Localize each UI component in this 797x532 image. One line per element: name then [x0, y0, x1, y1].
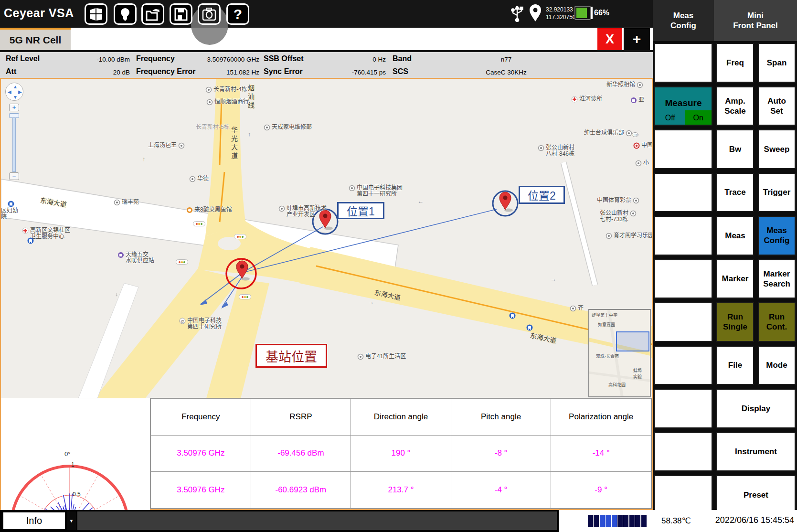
- poi-text: 高新区文锦社区卫生服务中心: [30, 227, 70, 240]
- dot-poi-icon: [626, 130, 632, 137]
- measure-on-option[interactable]: On: [685, 110, 712, 125]
- map-poi: 中国: [633, 142, 652, 149]
- poi-text: 淮河诊所: [579, 96, 602, 102]
- param-value-att: 20 dB: [72, 69, 130, 76]
- softkey-freq[interactable]: Freq: [716, 43, 754, 83]
- table-cell: -69.456 dBm: [251, 435, 351, 472]
- inset-minimap[interactable]: 蚌埠第十中学如意嘉园双珠·长青苑高科花园蚌埠实验: [588, 309, 651, 397]
- table-header-cell: RSRP: [251, 399, 351, 436]
- table-cell: -14 °: [551, 435, 651, 472]
- softkey-bw[interactable]: Bw: [716, 129, 754, 169]
- softkey-instrument[interactable]: Instrument: [716, 432, 796, 472]
- param-label-scs: SCS: [393, 67, 408, 76]
- map-poi: 瑞丰苑: [114, 199, 139, 206]
- softkey-marker[interactable]: Marker: [716, 259, 754, 299]
- road-direction-arrow: ↑: [248, 130, 251, 138]
- help-icon[interactable]: ?: [226, 3, 249, 25]
- save-icon[interactable]: [170, 3, 192, 25]
- polar-r05-label: 0.5: [73, 491, 81, 498]
- pos2-label: 位置2: [519, 186, 565, 204]
- map-poi: 上海汤包王: [148, 142, 185, 149]
- map-poi: 天缘五交水暖供应站: [117, 252, 154, 264]
- softkey-blank[interactable]: [654, 302, 712, 342]
- table-header-row: FrequencyRSRPDirection anglePitch angleP…: [151, 399, 651, 436]
- softkey-marker-search[interactable]: Marker Search: [758, 259, 796, 299]
- base-station-label: 基站位置: [255, 344, 327, 368]
- camera-icon[interactable]: [198, 3, 221, 25]
- bulb-icon[interactable]: [114, 3, 137, 25]
- table-header-cell: Polarization angle: [551, 399, 651, 436]
- top-bar: Ceyear VSA: [0, 0, 653, 28]
- progress-segment: [635, 515, 640, 527]
- softkey-sweep[interactable]: Sweep: [758, 129, 796, 169]
- map-poi: 张公山新村八村-846栋: [538, 145, 574, 157]
- softkey-preset[interactable]: Preset: [716, 475, 796, 515]
- datetime-readout: 2022/06/16 15:45:54: [702, 515, 794, 525]
- bus-poi-icon: [27, 237, 34, 244]
- measurement-area: 长青新村-4栋恒顺烟酒商行淮河诊所新华照相馆亚长青新村-5栋天成家电维修部绅士台…: [0, 78, 653, 510]
- measure-off-option[interactable]: Off: [655, 110, 685, 125]
- map-poi: 恒顺烟酒商行: [206, 99, 249, 106]
- softkey-measure[interactable]: MeasureOffOn: [654, 86, 712, 126]
- inset-viewport-rect: [616, 331, 649, 351]
- map-view[interactable]: 长青新村-4栋恒顺烟酒商行淮河诊所新华照相馆亚长青新村-5栋天成家电维修部绅士台…: [1, 79, 652, 398]
- traffic-light-icon: [239, 294, 251, 299]
- add-tab-button[interactable]: +: [624, 28, 650, 50]
- traffic-light-icon: [234, 234, 246, 239]
- measure-title: Measure: [665, 98, 701, 108]
- softkey-display[interactable]: Display: [716, 389, 796, 428]
- softkey-meas[interactable]: Meas: [716, 216, 754, 255]
- zoom-out-button[interactable]: −: [9, 172, 19, 180]
- zoom-slider-handle[interactable]: [9, 113, 19, 118]
- softkey-blank[interactable]: [654, 129, 712, 169]
- panel-header-meas-config: Meas Config: [653, 0, 714, 41]
- help-glyph: ?: [234, 6, 242, 22]
- polar-r1-label: 1: [71, 461, 74, 468]
- softkey-span[interactable]: Span: [758, 43, 796, 83]
- map-poi: 长青新村-5栋: [196, 124, 230, 130]
- temperature-readout: 58.38℃: [661, 516, 691, 526]
- softkey-auto-set[interactable]: Auto Set: [758, 86, 796, 126]
- info-dropdown[interactable]: Info: [2, 511, 66, 530]
- app-title: Ceyear VSA: [4, 6, 74, 20]
- softkey-blank[interactable]: [654, 346, 712, 385]
- softkey-blank[interactable]: [654, 389, 712, 428]
- dot-poi-icon: [206, 99, 213, 106]
- softkey-amp-scale[interactable]: Amp. Scale: [716, 86, 754, 126]
- inset-label: 高科花园: [608, 382, 626, 388]
- close-tab-button[interactable]: X: [597, 28, 622, 50]
- softkey-blank[interactable]: [654, 173, 712, 213]
- road-direction-arrow: ↓: [115, 290, 118, 298]
- softkey-blank[interactable]: [654, 216, 712, 255]
- softkey-run-cont[interactable]: Run Cont.: [758, 302, 796, 342]
- dot-poi-icon: [606, 233, 612, 239]
- poi-text: 张公山新村七村-733栋: [600, 210, 628, 223]
- softkey-run-single[interactable]: Run Single: [716, 302, 754, 342]
- softkey-file[interactable]: File: [716, 346, 754, 385]
- zoom-slider-track[interactable]: [12, 117, 16, 172]
- status-bar: Info ▼ 58.38℃ 2022/06/16 15:45:54: [0, 510, 797, 532]
- softkey-meas-config[interactable]: Meas Config: [758, 216, 796, 255]
- poi-text: 恒顺烟酒商行: [214, 99, 249, 105]
- tab-5g-nr-cell[interactable]: 5G NR Cell: [0, 28, 71, 50]
- battery-percent: 66%: [594, 9, 609, 17]
- ceyear-vsa-window: Ceyear VSA: [0, 0, 797, 532]
- param-value-frequency-error: 151.082 Hz: [181, 69, 259, 76]
- map-poi: 亚: [630, 97, 644, 104]
- softkey-trace[interactable]: Trace: [716, 173, 754, 213]
- info-dropdown-arrow[interactable]: ▼: [67, 511, 76, 530]
- softkey-mode[interactable]: Mode: [758, 346, 796, 385]
- table-cell: 3.50976 GHz: [151, 435, 251, 472]
- zoom-in-button[interactable]: +: [9, 104, 19, 111]
- param-label-ref-level: Ref Level: [6, 54, 40, 63]
- softkey-blank[interactable]: [654, 475, 712, 515]
- window-layout-icon[interactable]: [85, 3, 107, 25]
- softkey-blank[interactable]: [654, 259, 712, 299]
- softkey-blank[interactable]: [654, 43, 712, 83]
- softkey-trigger[interactable]: Trigger: [758, 173, 796, 213]
- map-poi: 淮河诊所: [571, 96, 602, 103]
- softkey-blank[interactable]: [654, 432, 712, 472]
- at-poi-icon: @: [179, 318, 186, 324]
- map-pan-control[interactable]: ▲ ▼ ◀ ▶: [5, 83, 23, 101]
- folder-open-icon[interactable]: [141, 3, 164, 25]
